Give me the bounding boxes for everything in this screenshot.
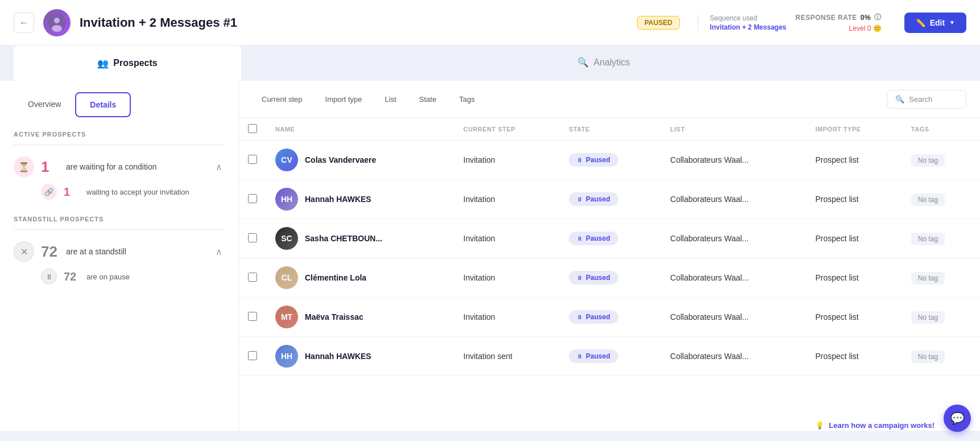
search-box[interactable]: 🔍 Search <box>887 90 966 109</box>
prospect-step: Invitation <box>454 298 560 337</box>
table-row: CV Colas Vandervaere Invitation ⏸ Paused… <box>239 141 980 180</box>
avatar: CV <box>275 149 298 171</box>
state-badge: ⏸ Paused <box>569 349 618 363</box>
sequence-link[interactable]: Invitation + 2 Messages <box>710 23 786 31</box>
avatar: HH <box>275 345 298 368</box>
collapse-standstill-button[interactable]: ∧ <box>213 244 225 259</box>
col-name: NAME <box>266 118 454 141</box>
filter-import-type[interactable]: Import type <box>316 90 371 108</box>
standstill-row: ✕ 72 are at a standstill ∧ <box>14 241 225 262</box>
avatar: HH <box>275 188 298 211</box>
col-state: STATE <box>560 118 661 141</box>
state-badge: ⏸ Paused <box>569 232 618 245</box>
prospects-table: NAME CURRENT STEP STATE LIST IMPORT TYPE… <box>239 118 980 376</box>
state-badge: ⏸ Paused <box>569 310 618 324</box>
state-badge: ⏸ Paused <box>569 192 618 206</box>
prospect-import-type: Prospect list <box>807 219 902 258</box>
pause-badge-icon: ⏸ <box>577 196 582 203</box>
prospect-name: Clémentine Lola <box>305 273 366 282</box>
prospect-name: Maëva Traissac <box>305 312 363 322</box>
sub-tab-details[interactable]: Details <box>75 92 131 117</box>
prospect-list: Collaborateurs Waal... <box>661 258 806 298</box>
col-current-step: CURRENT STEP <box>454 118 560 141</box>
main-tabs: 👥 Prospects 🔍 Analytics <box>0 46 980 81</box>
table-row: HH Hannah HAWKES Invitation sent ⏸ Pause… <box>239 337 980 376</box>
search-icon: 🔍 <box>895 95 904 104</box>
col-import-type: IMPORT TYPE <box>807 118 902 141</box>
prospect-name: Colas Vandervaere <box>305 155 376 164</box>
avatar: CL <box>275 266 298 289</box>
filter-bar: Current step Import type List State Tags… <box>239 81 980 118</box>
prospect-tag: No tag <box>911 351 945 363</box>
hourglass-icon: ⏳ <box>14 156 34 177</box>
chat-button[interactable]: 💬 <box>944 405 971 431</box>
row-checkbox-2[interactable] <box>248 233 257 242</box>
prospect-name-cell: CL Clémentine Lola <box>275 266 445 289</box>
edit-button[interactable]: ✏️ Edit ▼ <box>904 13 966 33</box>
top-header: ← Invitation + 2 Messages #1 PAUSED Sequ… <box>0 0 980 46</box>
active-count: 1 <box>41 158 59 176</box>
active-sub-row: 🔗 1 waiting to accept your invitation <box>41 184 225 200</box>
pause-badge-icon: ⏸ <box>577 157 582 163</box>
prospect-step: Invitation <box>454 180 560 219</box>
response-rate-label: RESPONSE RATE <box>796 14 857 22</box>
pause-badge-icon: ⏸ <box>577 353 582 360</box>
row-checkbox-3[interactable] <box>248 273 257 282</box>
analytics-icon: 🔍 <box>577 57 589 68</box>
search-label: Search <box>909 95 932 104</box>
sidebar: Overview Details ACTIVE PROSPECTS ⏳ 1 ar… <box>0 81 239 431</box>
prospect-import-type: Prospect list <box>807 141 902 180</box>
header-right: RESPONSE RATE 0% ⓘ Level 0 😕 <box>796 13 882 32</box>
standstill-label: STANDSTILL PROSPECTS <box>14 216 225 222</box>
prospect-step: Invitation <box>454 258 560 298</box>
collapse-active-button[interactable]: ∧ <box>213 159 225 175</box>
response-rate: RESPONSE RATE 0% ⓘ <box>796 13 882 22</box>
col-list: LIST <box>661 118 806 141</box>
svg-point-2 <box>52 25 62 32</box>
row-checkbox-0[interactable] <box>248 155 257 164</box>
prospect-name: Hannah HAWKES <box>305 352 371 361</box>
prospect-tag: No tag <box>911 193 945 206</box>
standstill-count: 72 <box>41 243 59 261</box>
standstill-sub-row: ⏸ 72 are on pause <box>41 269 225 285</box>
prospect-import-type: Prospect list <box>807 298 902 337</box>
active-desc: are waiting for a condition <box>66 162 206 171</box>
pause-badge-icon: ⏸ <box>577 275 582 281</box>
active-sub-count: 1 <box>64 186 80 199</box>
row-checkbox-1[interactable] <box>248 194 257 203</box>
filter-tags[interactable]: Tags <box>450 90 483 108</box>
prospect-name: Hannah HAWKES <box>305 195 371 204</box>
row-checkbox-4[interactable] <box>248 312 257 321</box>
state-badge: ⏸ Paused <box>569 153 618 167</box>
col-tags: TAGS <box>902 118 980 141</box>
back-button[interactable]: ← <box>14 13 34 33</box>
select-all-checkbox[interactable] <box>248 124 257 133</box>
help-bar[interactable]: 💡 Learn how a campaign works! <box>815 421 934 430</box>
prospect-tag: No tag <box>911 154 945 167</box>
bulb-icon: 💡 <box>815 421 824 430</box>
prospect-list: Collaborateurs Waal... <box>661 298 806 337</box>
tab-prospects[interactable]: 👥 Prospects <box>14 46 241 81</box>
chevron-down-icon: ▼ <box>949 19 955 26</box>
row-checkbox-5[interactable] <box>248 351 257 360</box>
prospect-name-cell: SC Sasha CHETBOUN... <box>275 227 445 250</box>
svg-point-1 <box>54 18 60 23</box>
avatar: SC <box>275 227 298 250</box>
level-info: Level 0 😕 <box>849 24 882 32</box>
sub-tab-overview[interactable]: Overview <box>14 92 75 117</box>
learn-label: Learn how a campaign works! <box>829 421 934 430</box>
avatar: MT <box>275 306 298 328</box>
filter-state[interactable]: State <box>410 90 445 108</box>
info-icon: ⓘ <box>874 13 882 22</box>
pause-icon: ⏸ <box>41 269 57 285</box>
tab-analytics[interactable]: 🔍 Analytics <box>241 46 966 81</box>
main-content: Overview Details ACTIVE PROSPECTS ⏳ 1 ar… <box>0 81 980 431</box>
chat-icon: 💬 <box>950 411 965 425</box>
active-prospects-group: ACTIVE PROSPECTS ⏳ 1 are waiting for a c… <box>14 131 225 200</box>
prospect-tag: No tag <box>911 311 945 324</box>
response-rate-value: 0% <box>861 14 871 22</box>
prospect-import-type: Prospect list <box>807 180 902 219</box>
campaign-avatar <box>43 9 71 36</box>
filter-current-step[interactable]: Current step <box>253 90 312 108</box>
filter-list[interactable]: List <box>376 90 406 108</box>
